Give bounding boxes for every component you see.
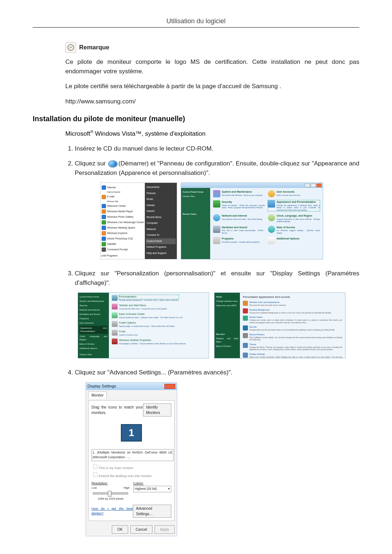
pers-1-t: Desktop Background [249, 308, 332, 312]
cp-side-0: Control Panel Home [183, 190, 209, 194]
step-3-text: Cliquez sur "Personalization (personnali… [75, 270, 359, 286]
pers-6-t: Display Settings [249, 353, 342, 356]
chk1-label: This is my main monitor [99, 466, 133, 470]
ap-side-11: Classic View [79, 353, 107, 356]
step-2-text-a: Cliquez sur [75, 160, 107, 167]
monitor-icon[interactable]: 1 [121, 424, 142, 442]
res-high: High [124, 486, 130, 490]
sm-left-9: Windows Explorer [107, 231, 127, 235]
note-paragraph-1: Ce pilote de moniteur comporte le logo M… [65, 57, 359, 76]
step-2-text-b: (Démarrer) et "Panneau de configuration"… [75, 160, 359, 176]
sounds-icon [243, 325, 248, 331]
mouse-icon [243, 333, 248, 338]
sm-right-0: Documents [146, 184, 176, 190]
colors-dropdown[interactable]: Highest (32 bit)▾ [133, 486, 171, 492]
sm-right-6: Computer [146, 220, 176, 226]
color-appearance-icon [243, 301, 248, 306]
pers-3-s: Change which sounds are heard when you d… [249, 329, 335, 331]
ease-of-access-icon [268, 226, 275, 233]
screensaver-icon [243, 316, 248, 321]
pers-4-t: Mouse Pointers [249, 333, 342, 336]
pers-side-2: Adjust font size (DPI) [216, 304, 238, 307]
os-intro: Microsoft® Windows Vista™, système d'exp… [65, 130, 359, 138]
additional-icon [268, 237, 275, 244]
advanced-settings-button[interactable]: Advanced Settings… [133, 505, 171, 518]
sm-left-12: Command Prompt [107, 248, 128, 252]
network-icon [213, 214, 220, 221]
resolution-label: Resolution: [91, 481, 130, 486]
ap-1-t: Taskbar and Start Menu [119, 304, 167, 308]
registered-symbol: ® [90, 130, 93, 134]
cp-cat-3-t: Appearance and Personalization [277, 200, 320, 204]
max-button-icon [311, 184, 316, 187]
ap-3-s: Specify single- or double-click to open … [119, 325, 175, 328]
pers-side-1: Change desktop icons [216, 300, 238, 303]
cp-cat-5-t: Clock, Language, and Region [277, 214, 320, 218]
pers-5-t: Theme [249, 343, 342, 346]
step-4: Cliquez sur "Advanced Settings... (Param… [75, 368, 359, 536]
sm-left-0: Internet [107, 186, 116, 190]
cp-cat-8-t: Programs [222, 237, 265, 241]
ap-side-1: System and Maintenance [79, 300, 107, 303]
pers-2-t: Screen Saver [249, 316, 342, 319]
ap-3-t: Folder Options [119, 321, 175, 325]
ie-icon [102, 185, 106, 190]
cp-cat-0-t: System and Maintenance [222, 190, 265, 194]
monitor-select[interactable]: 1. (Multiple Monitors) on NVIDIA GeForce… [91, 449, 173, 461]
main-monitor-checkbox[interactable]: This is my main monitor [91, 463, 171, 471]
hardware-icon [213, 226, 220, 233]
sm-right-8: Connect To [146, 232, 176, 238]
ap-side-6: User Accounts [79, 321, 107, 325]
note-url: http://www.samsung.com/ [65, 97, 359, 106]
best-display-help-link[interactable]: How do I get the best display? [91, 506, 133, 516]
sm-left-5: Windows Media Player [107, 210, 133, 214]
wmp-icon [102, 209, 106, 214]
ap-4-t: Fonts [119, 330, 138, 334]
os-intro-pre: Microsoft [65, 130, 90, 137]
messenger-icon [102, 220, 106, 225]
sm-left-2: E-mail [107, 195, 114, 199]
chevron-down-icon: ▾ [168, 487, 170, 492]
explorer-icon [102, 231, 106, 235]
pers-0-s: Fine tune the color and style of your wi… [249, 304, 286, 307]
cancel-button[interactable]: Cancel [130, 525, 152, 534]
pers-see-1: Ease of Access [216, 345, 238, 348]
note-icon [65, 42, 76, 53]
ap-side-9: Ease of Access [79, 342, 107, 346]
desktop-bg-icon [243, 308, 248, 313]
extend-desktop-checkbox[interactable]: Extend the desktop onto this monitor [91, 471, 171, 479]
sm-right-9: Control Panel [146, 238, 176, 245]
resolution-slider[interactable] [93, 492, 128, 495]
sm-right-2: Music [146, 196, 176, 202]
pers-2-s: Change your screen saver or adjust when … [249, 319, 342, 324]
pers-see: See also [216, 333, 238, 336]
colors-value: Highest (32 bit) [135, 487, 157, 492]
os-intro-post: Windows Vista™, système d'exploitation [93, 130, 205, 137]
screenshot-appearance-personalization: Control Panel Home System and Maintenanc… [78, 292, 209, 358]
cp-cat-1-t: User Accounts [277, 190, 320, 194]
ds-title-text: Display Settings [87, 383, 116, 389]
sm-left-1: Internet Explorer [107, 191, 121, 194]
screenshot-start-menu: Internet Internet Explorer E-mail Window… [100, 182, 177, 259]
theme-icon [243, 343, 248, 348]
identify-monitors-button[interactable]: Identify Monitors [143, 403, 171, 416]
sm-right-10: Default Programs [146, 244, 176, 250]
sm-right-1: Pictures [146, 190, 176, 197]
ap-side-7: Appearance and Personalization [79, 326, 107, 334]
fonts-icon [112, 330, 118, 336]
sm-left-13: All Programs [103, 254, 118, 258]
step-1-text: Insérez le CD du manuel dans le lecteur … [75, 145, 213, 152]
ap-2-t: Ease of Access Center [119, 312, 183, 316]
welcome-icon [102, 204, 106, 208]
resolution-value: 1280 by 1024 pixels [91, 497, 130, 501]
cp-cat-8-s: Uninstall a program · Change startup pro… [222, 241, 265, 243]
pers-1-s: Choose from available backgrounds or col… [249, 312, 332, 314]
start-orb-icon [108, 160, 118, 168]
ds-tab-monitor[interactable]: Monitor [88, 391, 107, 399]
apply-button[interactable]: Apply [155, 525, 175, 534]
ok-button[interactable]: OK [112, 525, 128, 534]
ps-icon [102, 237, 106, 241]
pers-heading: Personalize appearance and sounds [243, 295, 342, 299]
close-icon[interactable] [164, 384, 175, 389]
sm-left-8: Windows Meeting Space [107, 226, 135, 230]
